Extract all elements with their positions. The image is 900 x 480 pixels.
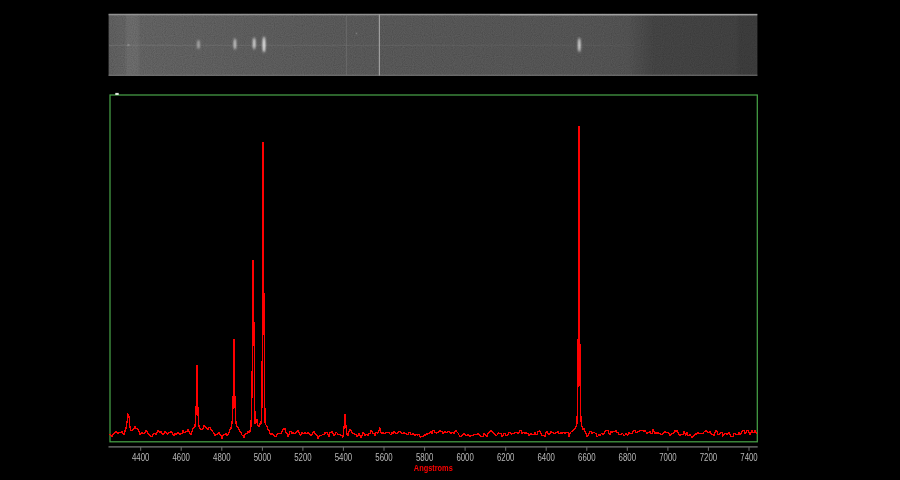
svg-text:6800: 6800: [619, 451, 637, 463]
svg-text:6000: 6000: [456, 451, 474, 463]
svg-text:6400: 6400: [538, 451, 556, 463]
svg-text:Angstroms: Angstroms: [414, 463, 453, 473]
svg-text:6200: 6200: [497, 451, 515, 463]
svg-text:5800: 5800: [416, 451, 434, 463]
svg-text:7000: 7000: [659, 451, 677, 463]
svg-text:6600: 6600: [578, 451, 596, 463]
svg-text:4400: 4400: [132, 451, 150, 463]
svg-text:5000: 5000: [254, 451, 272, 463]
svg-text:5200: 5200: [294, 451, 312, 463]
svg-text:5400: 5400: [335, 451, 353, 463]
svg-text:7400: 7400: [740, 451, 758, 463]
svg-text:5600: 5600: [375, 451, 393, 463]
svg-text:7200: 7200: [700, 451, 718, 463]
svg-text:4600: 4600: [173, 451, 191, 463]
svg-text:4800: 4800: [213, 451, 231, 463]
